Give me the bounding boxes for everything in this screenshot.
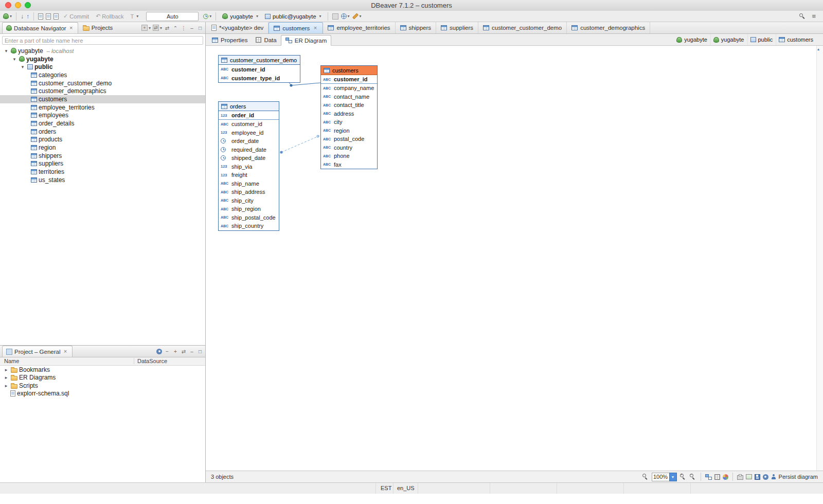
project-item-scripts[interactable]: Scripts: [0, 382, 205, 390]
entity-column[interactable]: customer_type_id: [219, 74, 300, 82]
search-icon[interactable]: [799, 13, 806, 20]
tree-item-table[interactable]: suppliers: [0, 160, 205, 168]
refresh-icon[interactable]: ⇄: [181, 349, 187, 354]
subtab-er-diagram[interactable]: ER Diagram: [281, 35, 332, 46]
entity-column[interactable]: employee_id: [219, 129, 279, 137]
editor-tab-sql-dev[interactable]: *<yugabyte> dev: [207, 22, 269, 33]
transaction-mode-button[interactable]: T: [129, 13, 141, 20]
entity-column[interactable]: ship_name: [219, 179, 279, 188]
expand-arrow-icon[interactable]: [3, 48, 9, 53]
editor-tab-customer-customer-demo[interactable]: customer_customer_demo: [478, 22, 567, 33]
new-sql-editor-icon[interactable]: [46, 13, 51, 20]
sql-editor-icon[interactable]: [38, 13, 43, 20]
zoom-icon[interactable]: [642, 473, 649, 480]
entity-column[interactable]: address: [321, 110, 377, 118]
entity-column[interactable]: city: [321, 118, 377, 127]
tree-item-table[interactable]: categories: [0, 71, 205, 79]
entity-column[interactable]: ship_address: [219, 188, 279, 196]
subtab-properties[interactable]: Properties: [208, 34, 252, 45]
project-item-sql-file[interactable]: explorr-schema.sql: [0, 390, 205, 398]
project-item-bookmarks[interactable]: Bookmarks: [0, 366, 205, 374]
zoom-in-icon[interactable]: [679, 473, 687, 480]
minimize-view-icon[interactable]: –: [189, 349, 195, 354]
refresh-schedule-button[interactable]: [203, 14, 211, 19]
editor-tab-customer-demographics[interactable]: customer_demographics: [567, 22, 650, 33]
expand-arrow-icon[interactable]: [3, 375, 9, 380]
editor-tab-suppliers[interactable]: suppliers: [436, 22, 478, 33]
diagram-style-icon[interactable]: [723, 474, 728, 480]
entity-column[interactable]: contact_title: [321, 101, 377, 110]
print-icon[interactable]: [737, 475, 743, 480]
tab-database-navigator[interactable]: Database Navigator: [2, 22, 78, 33]
locale-status[interactable]: en_US: [397, 485, 415, 491]
entity-header[interactable]: customer_customer_demo: [219, 56, 300, 65]
new-connection-button[interactable]: [3, 13, 12, 19]
collapse-all-icon[interactable]: ⌃: [172, 25, 178, 31]
maximize-view-icon[interactable]: □: [197, 25, 203, 31]
network-tools-button[interactable]: [341, 13, 350, 19]
entity-column[interactable]: fax: [321, 160, 377, 169]
entity-column[interactable]: ship_city: [219, 196, 279, 205]
export-data-icon[interactable]: ↑: [26, 13, 29, 20]
tree-item-table[interactable]: employee_territories: [0, 103, 205, 112]
commit-mode-combo[interactable]: Auto: [146, 12, 199, 21]
tab-projects[interactable]: Projects: [79, 22, 117, 33]
settings-gear-icon[interactable]: [156, 349, 162, 354]
entity-column[interactable]: contact_name: [321, 93, 377, 101]
table-filter-input[interactable]: [2, 36, 203, 45]
view-menu-icon[interactable]: ⋮: [181, 25, 187, 31]
close-icon[interactable]: [312, 25, 318, 31]
timezone-status[interactable]: EST: [381, 485, 391, 491]
entity-column[interactable]: customer_id: [219, 65, 300, 74]
expand-arrow-icon[interactable]: [20, 64, 26, 69]
persist-diagram-icon[interactable]: [771, 474, 776, 480]
entity-column[interactable]: country: [321, 143, 377, 152]
tree-item-table[interactable]: region: [0, 143, 205, 152]
import-data-icon[interactable]: ↓: [21, 13, 24, 20]
zoom-level-combo[interactable]: 100% ▾: [652, 473, 677, 481]
project-item-er-diagrams[interactable]: ER Diagrams: [0, 374, 205, 382]
tree-item-table[interactable]: products: [0, 136, 205, 144]
active-schema-combo[interactable]: public@yugabyte: [263, 13, 324, 20]
breadcrumb-database[interactable]: yugabyte: [710, 34, 747, 45]
entity-header[interactable]: customers: [321, 66, 377, 75]
tree-item-connection[interactable]: yugabyte – localhost: [0, 47, 205, 55]
rollback-button[interactable]: ↶Rollback: [94, 12, 126, 20]
arrange-diagram-icon[interactable]: [705, 474, 712, 480]
column-header-name[interactable]: Name: [4, 358, 19, 364]
connect-icon[interactable]: ⇄: [153, 25, 162, 31]
open-sql-script-icon[interactable]: [53, 13, 59, 20]
zoom-out-icon[interactable]: [689, 473, 696, 480]
tree-item-schema[interactable]: public: [0, 63, 205, 71]
open-workspace-window-icon[interactable]: [332, 13, 338, 20]
entity-column[interactable]: ship_postal_code: [219, 213, 279, 222]
editor-tab-customers[interactable]: customers: [269, 22, 323, 33]
remove-icon[interactable]: −: [164, 349, 170, 354]
column-header-datasource[interactable]: DataSource: [134, 358, 167, 364]
entity-column[interactable]: freight: [219, 171, 279, 179]
active-connection-combo[interactable]: yugabyte: [220, 13, 260, 20]
expand-arrow-icon[interactable]: [3, 367, 9, 372]
close-icon[interactable]: [68, 25, 74, 31]
entity-customers[interactable]: customers customer_id company_name conta…: [320, 65, 378, 169]
entity-column[interactable]: ship_via: [219, 163, 279, 171]
entity-orders[interactable]: orders order_id customer_id employee_id …: [218, 101, 279, 231]
breadcrumb-schema[interactable]: public: [747, 34, 776, 45]
commit-button[interactable]: ✓Commit: [61, 12, 91, 20]
tree-item-table[interactable]: customer_customer_demo: [0, 79, 205, 87]
toggle-grid-icon[interactable]: [714, 474, 720, 480]
er-diagram-canvas[interactable]: customer_customer_demo customer_id custo…: [206, 46, 823, 471]
tree-item-table[interactable]: order_details: [0, 119, 205, 128]
save-icon[interactable]: [755, 474, 760, 480]
entity-column[interactable]: ship_region: [219, 205, 279, 213]
breadcrumb-table[interactable]: customers: [776, 34, 816, 45]
editor-tab-shippers[interactable]: shippers: [396, 22, 436, 33]
vertical-scrollbar[interactable]: ▴: [816, 46, 823, 471]
entity-column[interactable]: company_name: [321, 84, 377, 93]
persist-diagram-label[interactable]: Persist diagram: [779, 474, 818, 480]
tree-item-table-selected[interactable]: customers: [0, 95, 205, 103]
entity-column[interactable]: required_date: [219, 146, 279, 154]
entity-column[interactable]: customer_id: [219, 120, 279, 129]
tree-item-table[interactable]: orders: [0, 128, 205, 136]
entity-column[interactable]: postal_code: [321, 135, 377, 143]
